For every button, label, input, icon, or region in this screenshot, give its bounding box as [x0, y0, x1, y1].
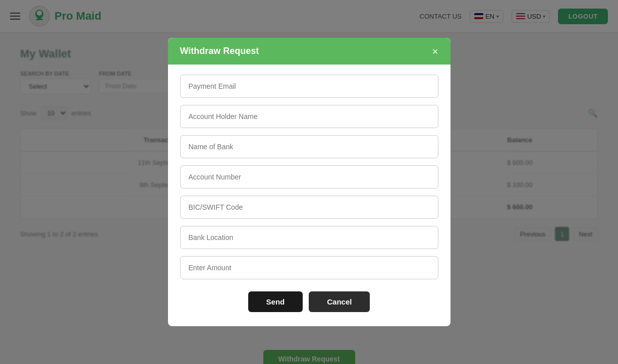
- modal-close-button[interactable]: ×: [432, 46, 438, 56]
- send-button[interactable]: Send: [248, 291, 303, 312]
- account-number-input[interactable]: [180, 165, 438, 189]
- bic-swift-code-input[interactable]: [180, 196, 438, 219]
- modal-title: Withdraw Request: [180, 46, 259, 56]
- cancel-button[interactable]: Cancel: [309, 291, 370, 312]
- name-of-bank-input[interactable]: [180, 135, 438, 158]
- modal-body: [168, 65, 451, 291]
- payment-email-input[interactable]: [180, 75, 438, 98]
- modal-header: Withdraw Request ×: [168, 38, 451, 65]
- withdraw-request-modal: Withdraw Request × Send Cancel: [168, 38, 451, 326]
- account-holder-name-input[interactable]: [180, 105, 438, 128]
- bank-location-input[interactable]: [180, 226, 438, 249]
- modal-overlay[interactable]: Withdraw Request × Send Cancel: [0, 0, 618, 364]
- enter-amount-input[interactable]: [180, 256, 438, 279]
- modal-footer: Send Cancel: [168, 291, 451, 326]
